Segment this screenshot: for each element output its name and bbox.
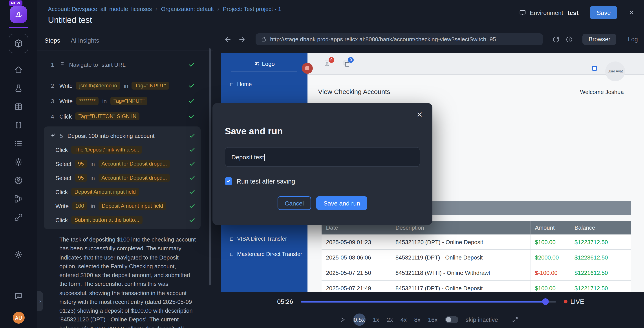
dialog-close-icon[interactable]: ✕	[416, 110, 423, 119]
page-title: Untitled test	[48, 15, 281, 25]
monitor-icon	[519, 9, 526, 16]
breadcrumb-link[interactable]: Organization: default	[161, 5, 214, 12]
step-row[interactable]: 1Navigate tostart URL	[38, 59, 213, 70]
check-icon	[185, 82, 195, 89]
bank-nav-mastercard-transfer[interactable]: Mastercard Direct Transfer	[221, 249, 308, 260]
step-row[interactable]: ClickSubmit button at the botto...	[50, 215, 195, 225]
tab-log[interactable]: Log	[628, 36, 638, 43]
speed-1x[interactable]: 1x	[373, 316, 380, 323]
workflow-icon[interactable]	[14, 194, 23, 203]
cancel-button[interactable]: Cancel	[278, 196, 311, 210]
cell-date: 2025-05-09 01:23	[322, 234, 390, 249]
app-logo[interactable]	[10, 6, 27, 23]
copy-notification-icon[interactable]: 0	[343, 59, 350, 67]
skip-inactive-toggle[interactable]	[445, 316, 458, 323]
cell-balance: $1221612.50	[570, 265, 631, 280]
expand-icon[interactable]	[512, 316, 519, 323]
run-after-save-checkbox[interactable]	[225, 177, 232, 185]
list-icon[interactable]	[14, 139, 23, 148]
step-row[interactable]: 4ClickTag="BUTTON" SIGN IN	[38, 111, 213, 122]
close-icon[interactable]: ✕	[629, 9, 634, 17]
scrollbar[interactable]	[209, 48, 211, 285]
settings-gear-icon[interactable]	[14, 250, 23, 259]
tab-steps[interactable]: Steps	[44, 37, 60, 44]
save-button[interactable]: Save	[590, 6, 618, 19]
table-icon[interactable]	[14, 102, 23, 111]
step-text[interactable]: start URL	[102, 61, 126, 68]
info-icon[interactable]	[566, 36, 573, 43]
save-and-run-button[interactable]: Save and run	[316, 196, 367, 210]
speed-controls: 0.5x1x2x4x8x16x	[353, 314, 438, 326]
environment-selector[interactable]: Environment test	[519, 9, 579, 16]
flask-icon[interactable]	[14, 84, 23, 93]
collapse-panel-handle[interactable]: ›	[38, 291, 43, 311]
step-text: Write	[60, 82, 72, 89]
cell-date: 2025-05-07 21:49	[322, 281, 390, 292]
step-target-tag[interactable]: ********	[76, 97, 99, 105]
toggle-knob	[446, 317, 451, 322]
cube-icon	[14, 39, 23, 48]
test-name-input[interactable]: Deposit test	[225, 147, 420, 167]
speed-0.5x[interactable]: 0.5x	[353, 314, 366, 326]
step-target-tag[interactable]: 100	[72, 202, 87, 210]
step-target-tag[interactable]: Tag="INPUT"	[110, 97, 148, 105]
step-target-tag[interactable]: Deposit Amount input field	[71, 188, 139, 196]
step-row[interactable]: 3Write********inTag="INPUT"	[38, 96, 213, 106]
recording-indicator[interactable]	[302, 63, 313, 74]
step-text: Click	[56, 217, 68, 223]
step-row[interactable]: ClickThe 'Deposit' link with a si...	[50, 145, 195, 155]
breadcrumb-link[interactable]: Account: Devspace_all_module_licenses	[48, 5, 152, 12]
step-target-tag[interactable]: Tag="INPUT"	[132, 82, 169, 90]
bank-logo[interactable]: Logo	[221, 61, 308, 67]
back-icon[interactable]	[224, 35, 232, 43]
step-target-tag[interactable]: jsmith@demo.io	[76, 82, 120, 90]
url-bar[interactable]: http://stage.dbank.prod-apps.relicx.ai:8…	[256, 33, 543, 45]
table-header-cell[interactable]: Amount	[530, 221, 570, 234]
user-circle-icon[interactable]	[14, 176, 23, 185]
columns-icon[interactable]	[14, 121, 23, 130]
user-avatar[interactable]: AU	[12, 312, 24, 324]
step-row[interactable]: Select95inAccount for Deposit dropd...	[50, 173, 195, 183]
step-text: Click	[60, 113, 72, 120]
speed-16x[interactable]: 16x	[428, 316, 438, 323]
step-target-tag[interactable]: Submit button at the botto...	[71, 216, 142, 224]
tab-ai-insights[interactable]: AI insights	[71, 37, 99, 44]
step-content: Write100inDeposit Amount input field	[56, 202, 166, 210]
step-row[interactable]: ClickDeposit Amount input field	[50, 187, 195, 197]
step-row[interactable]: Write100inDeposit Amount input field	[50, 201, 195, 211]
breadcrumb-link[interactable]: Project: Test project - 1	[223, 5, 281, 12]
table-header-cell[interactable]: Balance	[570, 221, 631, 234]
document-notification-icon[interactable]: 0	[323, 59, 331, 67]
run-after-save-row[interactable]: Run test after saving	[225, 177, 295, 185]
refresh-icon[interactable]	[552, 36, 560, 43]
speed-8x[interactable]: 8x	[414, 316, 420, 323]
step-row[interactable]: Select95inAccount for Deposit dropd...	[50, 159, 195, 168]
tab-browser[interactable]: Browser	[582, 34, 616, 45]
bank-user-avatar[interactable]: User Avat	[605, 61, 625, 81]
link-icon[interactable]	[14, 213, 23, 222]
forward-icon[interactable]	[238, 35, 246, 43]
bank-nav-home[interactable]: Home	[221, 79, 308, 90]
step-row[interactable]: 2Writejsmith@demo.ioinTag="INPUT"	[38, 80, 213, 91]
step-group-header[interactable]: 5 Deposit 100 into checking account	[50, 130, 195, 141]
step-target-tag[interactable]: 95	[75, 174, 87, 182]
step-target-tag[interactable]: Account for Deposit dropd...	[98, 160, 170, 168]
play-icon[interactable]	[339, 316, 346, 323]
chat-icon[interactable]	[14, 292, 23, 300]
environment-label: Environment	[530, 9, 563, 16]
sidebar-item-active[interactable]	[9, 34, 28, 53]
step-target-tag[interactable]: Account for Deposit dropd...	[98, 174, 170, 182]
gear-icon[interactable]	[14, 158, 23, 166]
step-target-tag[interactable]: 95	[75, 160, 87, 168]
step-target-tag[interactable]: Deposit Amount input field	[99, 202, 166, 210]
step-target-tag[interactable]: The 'Deposit' link with a si...	[71, 146, 142, 154]
live-label: LIVE	[570, 298, 584, 305]
timeline-track[interactable]	[301, 301, 556, 302]
speed-2x[interactable]: 2x	[387, 316, 393, 323]
step-target-tag[interactable]: Tag="BUTTON" SIGN IN	[75, 112, 140, 120]
timeline-handle[interactable]	[542, 298, 549, 305]
speed-4x[interactable]: 4x	[400, 316, 407, 323]
bank-nav-visa-transfer[interactable]: VISA Direct Transfer	[221, 234, 308, 244]
home-icon[interactable]	[14, 65, 23, 74]
mini-checkbox-icon[interactable]	[592, 66, 597, 71]
